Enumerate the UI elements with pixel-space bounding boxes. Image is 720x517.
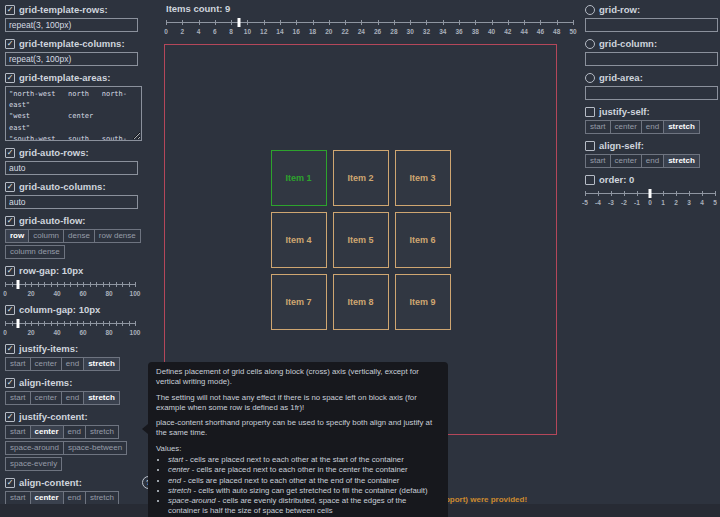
tooltip-value: center - cells are placed next to each o… [168,465,440,475]
button-grid-auto-flow-column[interactable]: column [28,229,64,243]
button-justify-content-end[interactable]: end [63,425,86,439]
grid-item-5[interactable]: Item 5 [333,212,389,268]
label-row-gap: row-gap: 10px [19,265,83,276]
checkbox-justify-self[interactable] [585,107,595,117]
grid-item-3[interactable]: Item 3 [395,150,451,206]
slider-thumb-items-count[interactable] [238,18,241,27]
button-grid-auto-flow-row[interactable]: row [5,229,29,243]
button-align-items-end[interactable]: end [61,391,84,405]
checkbox-column-gap[interactable]: ✓ [5,305,15,315]
button-justify-content-center[interactable]: center [30,425,64,439]
section-order: order: 0-5-4-3-2-1012345 [585,174,715,207]
button-justify-items-stretch[interactable]: stretch [83,357,120,371]
input-grid-auto-rows[interactable] [5,161,138,175]
checkbox-grid-template-rows[interactable]: ✓ [5,5,15,15]
checkbox-grid-column[interactable] [585,39,595,49]
section-justify-content: ✓justify-content:startcenterendstretchsp… [5,411,155,471]
grid-item-9[interactable]: Item 9 [395,274,451,330]
button-justify-content-space-around[interactable]: space-around [5,441,64,455]
checkbox-grid-area[interactable] [585,73,595,83]
button-align-items-stretch[interactable]: stretch [83,391,120,405]
buttons-align-items: startcenterendstretch [5,391,144,405]
grid-item-6[interactable]: Item 6 [395,212,451,268]
checkbox-justify-items[interactable]: ✓ [5,344,15,354]
slider-row-gap[interactable]: 020406080100 [5,279,135,298]
input-grid-template-rows[interactable] [5,18,138,32]
button-grid-auto-flow-row-dense[interactable]: row dense [94,229,141,243]
label-column-gap: column-gap: 10px [19,304,100,315]
section-align-self: align-self:startcenterendstretch [585,140,715,168]
checkbox-align-content[interactable]: ✓ [5,478,15,488]
buttons-justify-content: startcenterendstretchspace-aroundspace-b… [5,425,144,471]
button-justify-self-end[interactable]: end [641,120,664,134]
checkbox-grid-template-columns[interactable]: ✓ [5,39,15,49]
input-grid-column[interactable] [585,52,718,66]
button-justify-content-start[interactable]: start [5,425,31,439]
section-row-gap: ✓row-gap: 10px020406080100 [5,265,155,298]
checkbox-align-items[interactable]: ✓ [5,378,15,388]
slider-thumb-column-gap[interactable] [17,319,20,328]
button-grid-auto-flow-column-dense[interactable]: column dense [5,245,65,259]
button-align-self-start[interactable]: start [585,154,611,168]
section-grid-auto-rows: ✓grid-auto-rows: [5,147,155,175]
button-justify-content-space-between[interactable]: space-between [63,441,127,455]
button-justify-content-space-evenly[interactable]: space-evenly [5,457,62,471]
label-align-items: align-items: [19,377,72,388]
button-justify-self-start[interactable]: start [585,120,611,134]
textarea-grid-template-areas[interactable] [5,86,142,141]
grid-item-2[interactable]: Item 2 [333,150,389,206]
label-justify-content: justify-content: [19,411,88,422]
grid-item-4[interactable]: Item 4 [271,212,327,268]
align-content-tooltip: Defines placement of grid cells along bl… [148,362,448,517]
checkbox-grid-auto-flow[interactable]: ✓ [5,216,15,226]
checkbox-grid-row[interactable] [585,5,595,15]
button-justify-items-center[interactable]: center [30,357,62,371]
label-grid-row: grid-row: [599,4,640,15]
button-justify-content-stretch[interactable]: stretch [85,425,119,439]
label-grid-template-areas: grid-template-areas: [19,72,110,83]
button-align-items-start[interactable]: start [5,391,31,405]
button-align-self-stretch[interactable]: stretch [663,154,700,168]
label-order: order: 0 [599,174,634,185]
button-align-self-center[interactable]: center [610,154,642,168]
slider-thumb-order[interactable] [649,189,652,198]
tooltip-values: start - cells are placed next to each ot… [156,455,440,517]
input-grid-row[interactable] [585,18,718,32]
button-justify-items-start[interactable]: start [5,357,31,371]
section-grid-column: grid-column: [585,38,715,66]
button-justify-self-stretch[interactable]: stretch [663,120,700,134]
button-justify-items-end[interactable]: end [61,357,84,371]
checkbox-grid-auto-columns[interactable]: ✓ [5,182,15,192]
label-grid-template-columns: grid-template-columns: [19,38,125,49]
checkbox-grid-auto-rows[interactable]: ✓ [5,148,15,158]
button-align-items-center[interactable]: center [30,391,62,405]
section-grid-auto-columns: ✓grid-auto-columns: [5,181,155,209]
label-grid-auto-columns: grid-auto-columns: [19,181,106,192]
input-grid-area[interactable] [585,86,718,100]
grid-item-8[interactable]: Item 8 [333,274,389,330]
slider-column-gap[interactable]: 020406080100 [5,318,135,337]
input-grid-auto-columns[interactable] [5,195,138,209]
grid-item-1[interactable]: Item 1 [271,150,327,206]
tooltip-paragraph: place-content shorthand property can be … [156,418,440,439]
checkbox-justify-content[interactable]: ✓ [5,412,15,422]
buttons-grid-auto-flow: rowcolumndenserow densecolumn dense [5,229,144,259]
section-justify-items: ✓justify-items:startcenterendstretch [5,343,155,371]
slider-order[interactable]: -5-4-3-2-1012345 [585,188,715,207]
checkbox-row-gap[interactable]: ✓ [5,266,15,276]
checkbox-order[interactable] [585,175,595,185]
slider-items-count[interactable]: 0246810121416182022242628303234363840424… [166,17,573,36]
checkbox-align-self[interactable] [585,141,595,151]
section-justify-self: justify-self:startcenterendstretch [585,106,715,134]
label-align-self: align-self: [599,140,644,151]
button-grid-auto-flow-dense[interactable]: dense [63,229,95,243]
grid-item-7[interactable]: Item 7 [271,274,327,330]
button-align-self-end[interactable]: end [641,154,664,168]
items-count-slider-holder: 0246810121416182022242628303234363840424… [160,17,580,36]
tooltip-value: stretch - cells with auto sizing can get… [168,486,440,496]
button-justify-self-center[interactable]: center [610,120,642,134]
input-grid-template-columns[interactable] [5,52,138,66]
slider-thumb-row-gap[interactable] [17,280,20,289]
tooltip-value: space-around - cells are evenly distribu… [168,496,440,517]
checkbox-grid-template-areas[interactable]: ✓ [5,73,15,83]
